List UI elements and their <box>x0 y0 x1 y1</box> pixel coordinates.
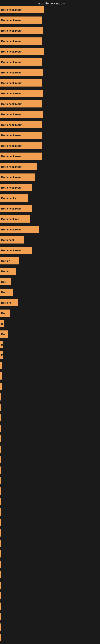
bar-label: Bottleneck result <box>1 40 22 43</box>
bar-label: Bottleneck result <box>1 19 22 22</box>
bar-item: Bottleneck resu <box>0 205 100 215</box>
bar-item <box>0 414 100 425</box>
bar-item: Bottleneck result <box>0 27 100 38</box>
bar-item <box>0 488 100 498</box>
bar-item <box>0 372 100 383</box>
bar-item <box>0 498 100 508</box>
bar-item: Bottlene <box>0 299 100 310</box>
bar-label: Bottleneck result <box>1 82 22 84</box>
bar-item: Bottleneck <box>0 236 100 247</box>
bar-item: Bottleneck result <box>0 121 100 132</box>
bar-item: Bottleneck result <box>0 16 100 27</box>
bar-item <box>0 624 100 634</box>
bar-label: Bot <box>1 312 6 315</box>
bar-label: Bot <box>1 280 6 283</box>
bar-item: Bot <box>0 310 100 320</box>
bar-label: Bo <box>1 333 4 336</box>
bar-label: Bottl <box>1 291 7 294</box>
bar-label: B <box>1 343 3 346</box>
bar-item: Bottleneck result <box>0 132 100 142</box>
bar-item: Bo <box>0 330 100 341</box>
bar-item: Bottle <box>0 268 100 278</box>
bar-item <box>0 550 100 561</box>
bar-label: Bottlen <box>1 260 10 262</box>
bar-item: Bottleneck r <box>0 194 100 205</box>
bar-item <box>0 582 100 592</box>
bar-label: Bottleneck result <box>1 113 22 116</box>
bar-item <box>0 425 100 435</box>
bar-label: Bottleneck result <box>1 123 22 126</box>
bar-item: Bottleneck result <box>0 152 100 163</box>
bar-item <box>0 446 100 456</box>
bar-label: Bottleneck resu <box>1 186 21 189</box>
bar-item: Bottleneck result <box>0 48 100 58</box>
bar-item: B <box>0 352 100 362</box>
bar-item <box>0 634 100 644</box>
bar-label: Bottleneck result <box>1 228 22 231</box>
bar-item <box>0 508 100 519</box>
bar-item <box>0 519 100 529</box>
bar-item <box>0 571 100 582</box>
bar-label: Bottleneck resu <box>1 249 21 252</box>
bar-item: Bottleneck result <box>0 58 100 69</box>
bar-item <box>0 602 100 613</box>
bar-item <box>0 540 100 550</box>
bar-item <box>0 404 100 414</box>
bar-item: Bottleneck resu <box>0 247 100 257</box>
bar-label: B <box>1 354 3 356</box>
site-title: TheBottlenecker.com <box>0 0 100 6</box>
bar-label: Bottleneck result <box>1 71 22 74</box>
bar-item <box>0 456 100 466</box>
bar-item <box>0 561 100 571</box>
bar-label: Bottleneck result <box>1 60 22 64</box>
bar-item: Bottleneck res <box>0 215 100 226</box>
bar-item: B <box>0 341 100 352</box>
bar-item: Bottleneck result <box>0 111 100 121</box>
bar-item <box>0 435 100 446</box>
bar-item: Bottleneck result <box>0 226 100 236</box>
bar-item <box>0 383 100 393</box>
bar-item <box>0 362 100 372</box>
bar-item: Bottleneck result <box>0 69 100 79</box>
bar-item: Bottleneck result <box>0 174 100 184</box>
bar-label: Bottleneck result <box>1 176 22 179</box>
bar-label: Bottlene <box>1 301 12 304</box>
bar-label: Bottleneck result <box>1 8 22 11</box>
bar-item: Bottleneck result <box>0 142 100 152</box>
bar-label: Bottle <box>1 270 9 273</box>
bar-item <box>0 529 100 540</box>
bar-item: Bottleneck result <box>0 6 100 16</box>
bar-label: B <box>1 322 3 325</box>
bar-item: Bottl <box>0 288 100 299</box>
bar-label: Bottleneck result <box>1 92 22 95</box>
bar-item: B <box>0 320 100 330</box>
bar-label: Bottleneck result <box>1 134 22 137</box>
bar-label: Bottleneck <box>1 238 14 242</box>
bar-item: Bot <box>0 278 100 288</box>
bar-item <box>0 477 100 488</box>
bar-item: Bottleneck result <box>0 79 100 90</box>
bar-item: Bottleneck result <box>0 163 100 174</box>
bar-label: Bottleneck result <box>1 50 22 53</box>
bar-item <box>0 613 100 624</box>
bar-item <box>0 466 100 477</box>
bar-label: Bottleneck result <box>1 144 22 147</box>
bar-label: Bottleneck result <box>1 29 22 32</box>
bar-label: Bottleneck result <box>1 165 22 168</box>
bar-label: Bottleneck resu <box>1 207 21 210</box>
bar-item: Bottleneck result <box>0 100 100 111</box>
bar-item: Bottleneck result <box>0 38 100 48</box>
bar-label: Bottleneck res <box>1 218 19 220</box>
bar-item: Bottleneck resu <box>0 184 100 194</box>
bar-item: Bottleneck result <box>0 90 100 100</box>
bar-label: Bottleneck result <box>1 102 22 106</box>
bar-item <box>0 393 100 404</box>
bar-item <box>0 592 100 602</box>
bar-label: Bottleneck result <box>1 155 22 158</box>
bar-label: Bottleneck r <box>1 196 16 200</box>
bar-item: Bottlen <box>0 257 100 268</box>
